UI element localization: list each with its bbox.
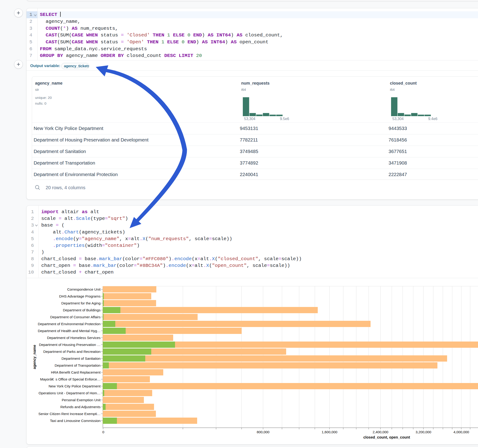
svg-text:New York City Police Departmen: New York City Police Department bbox=[49, 384, 101, 388]
svg-text:3,200,000: 3,200,000 bbox=[415, 430, 431, 434]
svg-text:DHS Advantage Programs: DHS Advantage Programs bbox=[59, 294, 101, 298]
svg-text:Department of Homeless Service: Department of Homeless Services bbox=[47, 336, 101, 340]
svg-text:Department for the Aging: Department for the Aging bbox=[61, 301, 101, 305]
svg-text:Department of Consumer Affairs: Department of Consumer Affairs bbox=[50, 315, 101, 319]
svg-text:0: 0 bbox=[102, 430, 104, 434]
svg-text:closed_count, open_count: closed_count, open_count bbox=[363, 435, 410, 439]
svg-text:1,600,000: 1,600,000 bbox=[322, 430, 337, 434]
svg-text:Department of Environmental Pr: Department of Environmental Protection bbox=[38, 322, 101, 326]
svg-text:Department of Health and Menta: Department of Health and Mental Hyg… bbox=[38, 329, 101, 333]
svg-text:Department of Buildings: Department of Buildings bbox=[63, 308, 101, 312]
svg-text:Department of Housing Preserva: Department of Housing Preservation … bbox=[39, 343, 101, 347]
svg-text:Taxi and Limousine Commission: Taxi and Limousine Commission bbox=[50, 419, 101, 423]
svg-text:Department of Transportation: Department of Transportation bbox=[55, 363, 101, 367]
svg-text:Operations Unit - Department o: Operations Unit - Department of Hom… bbox=[38, 391, 101, 395]
svg-text:agency_name: agency_name bbox=[32, 345, 37, 369]
svg-text:Correspondence Unit: Correspondence Unit bbox=[67, 287, 101, 291]
svg-text:Refunds and Adjustments: Refunds and Adjustments bbox=[60, 405, 101, 409]
svg-text:Department of Parks and Recrea: Department of Parks and Recreation bbox=[43, 350, 101, 354]
svg-text:Senior Citizen Rent Increase E: Senior Citizen Rent Increase Exempti… bbox=[38, 412, 101, 416]
svg-text:Department of Sanitation: Department of Sanitation bbox=[62, 356, 101, 361]
svg-text:800,000: 800,000 bbox=[257, 430, 269, 434]
svg-text:2,400,000: 2,400,000 bbox=[373, 430, 388, 434]
svg-text:HRA Benefit Card Replacement: HRA Benefit Card Replacement bbox=[51, 370, 101, 374]
svg-text:Mayorâ€ s Office of Special E: Mayorâ€ s Office of Special Enforce… bbox=[40, 377, 101, 381]
svg-text:4,000,000: 4,000,000 bbox=[453, 430, 469, 434]
svg-text:Personal Exemption Unit: Personal Exemption Unit bbox=[62, 398, 101, 402]
